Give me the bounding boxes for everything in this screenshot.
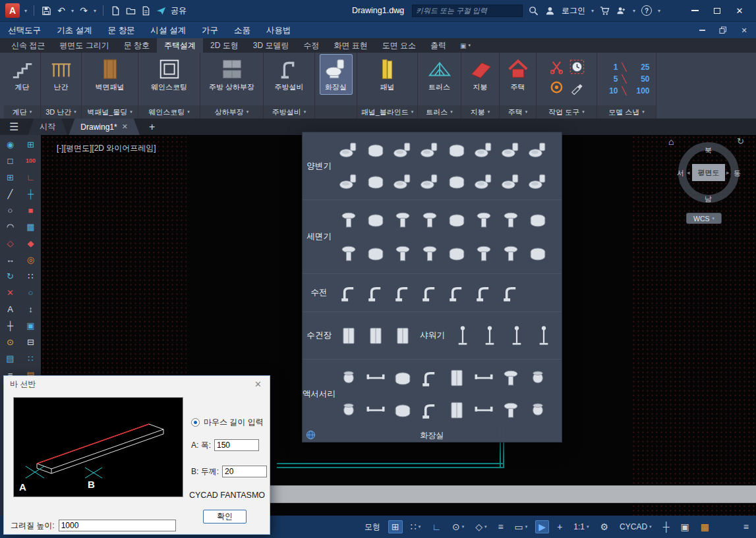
fixture-icon[interactable] — [417, 167, 442, 196]
file-menu-icon[interactable]: ☰ — [0, 119, 28, 135]
point-style-icon[interactable]: ◉ — [3, 137, 18, 151]
panel-group-label[interactable]: 웨인스코팅▾ — [138, 105, 200, 119]
scale-100-icon[interactable]: 100 — [23, 153, 39, 168]
document-tab[interactable]: 시작 — [28, 119, 67, 135]
fixture-icon[interactable] — [525, 136, 550, 165]
status-menu[interactable]: ≡ — [740, 520, 752, 533]
login-caret-icon[interactable]: ▾ — [591, 8, 594, 14]
cabinet-button[interactable]: 주방 상하부장 — [206, 55, 258, 94]
panel-group-label[interactable]: 벽패널_몰딩▾ — [82, 105, 138, 119]
viewcube-face[interactable]: 평면도 — [692, 164, 725, 181]
grid-icon[interactable]: ⊞ — [3, 170, 18, 184]
fixture-icon[interactable] — [335, 321, 361, 350]
wainscoting-button[interactable]: 웨인스코팅 — [148, 55, 190, 94]
fixture-icon[interactable] — [363, 321, 388, 350]
rotate-left-arrow-icon[interactable]: ◂ — [687, 169, 690, 176]
ring-icon[interactable]: ◎ — [23, 252, 39, 267]
panel-group-label[interactable]: 주방설비▾ — [264, 105, 314, 119]
cart-icon[interactable] — [600, 5, 610, 16]
fixture-icon[interactable] — [498, 396, 523, 425]
fixture-icon[interactable] — [471, 205, 496, 234]
ribbon-tab[interactable]: 2D 도형 — [203, 38, 246, 53]
crosshair[interactable]: ┼ — [660, 520, 673, 533]
ribbon-tab[interactable]: 주택설계 — [157, 38, 203, 53]
fixture-icon[interactable] — [477, 321, 502, 350]
circle2-icon[interactable]: ○ — [23, 285, 39, 300]
fixture-icon[interactable] — [335, 279, 361, 308]
fixture-icon[interactable] — [444, 205, 469, 234]
solid-diamond-icon[interactable]: ◆ — [23, 236, 39, 250]
ribbon-tab[interactable]: 도면 요소 — [375, 38, 423, 53]
drawing-minimize-button[interactable] — [697, 25, 707, 36]
help-caret-icon[interactable]: ▾ — [658, 8, 660, 14]
help-icon[interactable]: ? — [641, 5, 652, 16]
kitchen-faucet-button[interactable]: 주방설비 — [272, 55, 307, 94]
annotation-scale[interactable]: 1:1▾ — [570, 520, 592, 533]
erase-icon[interactable]: ✕ — [3, 285, 18, 300]
fixture-icon[interactable] — [417, 239, 442, 268]
ribbon-tab[interactable]: 문 창호 — [117, 38, 157, 53]
panel-button[interactable]: 패널 — [372, 55, 403, 94]
radio-selected-icon[interactable] — [191, 418, 200, 427]
fixture-icon[interactable] — [363, 205, 388, 234]
login-label[interactable]: 로그인 — [562, 5, 585, 16]
text-icon[interactable]: A — [3, 302, 18, 316]
fixture-icon[interactable] — [471, 396, 496, 425]
dynamic-ucs[interactable]: ▭▾ — [511, 520, 531, 533]
arc-icon[interactable]: ◠ — [3, 219, 18, 234]
fixture-icon[interactable] — [335, 363, 361, 392]
fixture-icon[interactable] — [335, 239, 361, 268]
fixture-icon[interactable] — [471, 167, 496, 196]
selection-cycling[interactable]: ▶ — [535, 520, 549, 533]
object-snap[interactable]: ◇▾ — [472, 520, 490, 533]
search-input[interactable] — [416, 7, 519, 14]
toilet-button[interactable]: 화장실 — [320, 55, 352, 94]
lineweight[interactable]: ≡ — [494, 520, 506, 533]
fixture-icon[interactable] — [525, 363, 550, 392]
fixture-icon[interactable] — [471, 239, 496, 268]
fixture-icon[interactable] — [390, 396, 415, 425]
ok-button[interactable]: 확인 — [203, 510, 247, 524]
vstretch-icon[interactable]: ↕ — [23, 302, 39, 316]
clock-icon[interactable] — [568, 58, 585, 75]
dots2-icon[interactable]: ∷ — [23, 351, 39, 365]
fixture-icon[interactable] — [417, 205, 442, 234]
workspace[interactable]: CYCAD▾ — [616, 520, 655, 533]
document-tab[interactable]: Drawing1*✕ — [69, 119, 140, 135]
menu-item-1[interactable]: 선택도구 — [0, 22, 49, 39]
ribbon-display-icon[interactable]: ▣ — [460, 42, 466, 49]
ribbon-tab[interactable]: 3D 모델링 — [246, 38, 297, 53]
fixture-icon[interactable] — [417, 279, 442, 308]
panel-icon[interactable]: ▣ — [23, 318, 39, 333]
ribbon-tab[interactable]: 평면도 그리기 — [52, 38, 116, 53]
line-icon[interactable]: ╱ — [3, 186, 18, 201]
fixture-icon[interactable] — [390, 279, 415, 308]
fixture-icon[interactable] — [498, 239, 523, 268]
grid-table-icon[interactable]: ⊞ — [23, 137, 39, 151]
scissors-icon[interactable] — [548, 58, 565, 75]
width-input[interactable] — [214, 439, 259, 451]
hatch-icon[interactable]: ▤ — [3, 351, 18, 365]
panel-group-label[interactable]: 계단▾ — [4, 105, 40, 119]
menu-item-6[interactable]: 소품 — [226, 22, 258, 39]
target-icon[interactable] — [548, 78, 565, 95]
panel-group-label[interactable]: 지붕▾ — [461, 105, 499, 119]
share-plane-icon[interactable] — [156, 5, 166, 16]
fixture-icon[interactable] — [335, 167, 361, 196]
redo-icon[interactable]: ↷ — [78, 5, 89, 16]
panel-group-label[interactable]: 모델 스냅▾ — [597, 105, 656, 119]
panel-group-label[interactable]: 트러스▾ — [418, 105, 461, 119]
settings[interactable]: ⚙ — [597, 520, 612, 533]
new-tab-button[interactable]: + — [141, 119, 163, 135]
fixture-icon[interactable] — [417, 396, 442, 425]
share-label[interactable]: 공유 — [171, 5, 187, 16]
snap-value[interactable]: 10 — [604, 86, 618, 95]
fixture-icon[interactable] — [504, 321, 529, 350]
wall-panel-button[interactable]: 벽면패널 — [92, 55, 128, 94]
snap-value[interactable]: 5 — [604, 74, 618, 84]
fixture-icon[interactable] — [335, 396, 361, 425]
sketch-icon[interactable]: □ — [3, 153, 18, 168]
menu-item-3[interactable]: 문 창문 — [100, 22, 142, 39]
ribbon-tab[interactable]: 신속 접근 — [4, 38, 52, 53]
drawing-restore-button[interactable] — [718, 25, 728, 36]
